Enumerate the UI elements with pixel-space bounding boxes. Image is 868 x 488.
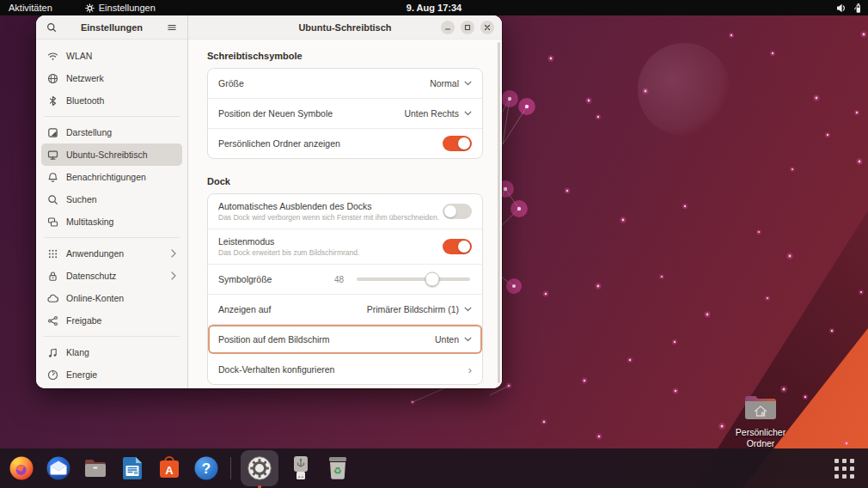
row-icon-size[interactable]: Symbolgröße 48 <box>208 264 482 294</box>
home-folder-desktop-icon[interactable]: Persönlicher Ordner <box>731 394 790 448</box>
chevron-right-icon <box>171 271 176 280</box>
chevron-right-icon: › <box>468 364 472 375</box>
dock-trash-button[interactable]: ♻ <box>323 453 352 484</box>
sidebar-item-klang[interactable]: Klang <box>41 341 182 363</box>
sidebar-item-freigabe[interactable]: Freigabe <box>41 309 182 332</box>
sidebar-nav: WLAN Netzwerk Bluetooth <box>36 40 187 388</box>
ubuntu-software-icon: A <box>156 454 183 482</box>
icon-size-slider-handle[interactable] <box>425 272 440 287</box>
bell-icon <box>47 172 58 183</box>
sidebar-item-suchen[interactable]: Suchen <box>41 188 182 210</box>
sidebar-item-online-konten[interactable]: Online-Konten <box>41 287 182 309</box>
window-controls <box>441 15 494 39</box>
lock-icon <box>47 271 58 282</box>
dock-help-button[interactable]: ? <box>192 453 221 484</box>
dock-ubuntu-software-button[interactable]: A <box>155 453 184 484</box>
home-folder-label: Persönlicher Ordner <box>731 427 790 448</box>
help-icon: ? <box>193 454 220 482</box>
chevron-down-icon <box>464 111 472 116</box>
section-title-dock: Dock <box>207 176 483 186</box>
gear-icon <box>85 3 95 13</box>
dock-card: Automatisches Ausblenden des Docks Das D… <box>207 193 483 385</box>
folder-home-icon <box>743 394 778 422</box>
svg-text:A: A <box>165 464 174 477</box>
top-bar: Aktivitäten Einstellungen 9. Aug 17:34 <box>0 0 868 15</box>
row-position-on-screen[interactable]: Position auf dem Bildschirm Unten <box>208 324 482 354</box>
close-icon <box>484 24 491 31</box>
sidebar-item-wlan[interactable]: WLAN <box>41 45 182 67</box>
sidebar-item-label: Energie <box>66 369 97 380</box>
dock-settings-button[interactable] <box>241 450 278 486</box>
hamburger-menu-icon <box>167 22 177 33</box>
sidebar-separator <box>44 116 180 117</box>
sidebar-item-anwendungen[interactable]: Anwendungen <box>41 242 182 265</box>
row-show-on-display[interactable]: Anzeigen auf Primärer Bildschirm (1) <box>208 294 482 324</box>
show-home-folder-toggle[interactable] <box>443 136 472 151</box>
bluetooth-icon <box>47 95 58 107</box>
desktop-icons-card: Größe Normal Position der Neuen Symbole … <box>207 68 483 159</box>
minimize-icon <box>444 24 451 31</box>
show-on-display-dropdown-value: Primärer Bildschirm (1) <box>367 304 459 314</box>
minimize-button[interactable] <box>441 21 455 34</box>
svg-text:?: ? <box>202 461 211 477</box>
trash-icon: ♻ <box>325 454 351 482</box>
sidebar-item-label: Bluetooth <box>66 95 104 106</box>
dock-firefox-button[interactable] <box>7 453 36 484</box>
activities-button[interactable]: Aktivitäten <box>0 0 61 15</box>
show-applications-button[interactable] <box>829 454 859 484</box>
apps-grid-icon <box>47 248 58 259</box>
system-status-area[interactable] <box>836 0 863 15</box>
chevron-down-icon <box>464 307 472 312</box>
battery-icon <box>853 3 863 14</box>
sidebar-item-darstellung[interactable]: Darstellung <box>41 121 182 143</box>
settings-main-pane: Ubuntu-Schreibtisch Schreibtischsymbole <box>188 15 502 388</box>
primary-menu-button[interactable] <box>163 19 180 36</box>
sidebar-item-energie[interactable]: Energie <box>41 363 182 386</box>
sidebar-item-label: Suchen <box>66 194 97 204</box>
dock-files-button[interactable] <box>81 453 110 484</box>
sidebar-item-multitasking[interactable]: Multitasking <box>41 210 182 233</box>
icon-size-value: 48 <box>334 275 344 284</box>
sidebar-item-label: WLAN <box>66 51 92 61</box>
svg-text:♻: ♻ <box>333 466 342 477</box>
new-icons-position-dropdown-value: Unten Rechts <box>404 108 459 119</box>
sidebar-item-label: Netzwerk <box>66 73 104 83</box>
desktop-monitor-icon <box>47 149 58 161</box>
row-auto-hide-dock[interactable]: Automatisches Ausblenden des Docks Das D… <box>208 194 482 229</box>
maximize-button[interactable] <box>461 21 474 34</box>
row-size[interactable]: Größe Normal <box>208 69 482 98</box>
dock-thunderbird-button[interactable] <box>44 453 73 484</box>
desktop: Persönlicher Ordner Aktivitäten Einstell… <box>0 0 868 488</box>
chevron-down-icon <box>464 81 472 86</box>
sidebar-item-netzwerk[interactable]: Netzwerk <box>41 67 182 89</box>
power-icon <box>47 369 58 381</box>
clock-menu[interactable]: 9. Aug 17:34 <box>401 0 467 15</box>
sidebar-item-datenschutz[interactable]: Datenschutz <box>41 265 182 287</box>
sidebar-item-label: Datenschutz <box>66 271 116 281</box>
scrollbar[interactable] <box>498 42 500 383</box>
panel-mode-toggle[interactable] <box>443 239 472 254</box>
settings-content: Schreibtischsymbole Größe Normal Positio… <box>188 40 502 388</box>
row-show-home-folder[interactable]: Persönlichen Ordner anzeigen <box>208 128 482 158</box>
auto-hide-dock-toggle[interactable] <box>443 204 472 219</box>
sidebar-item-benachrichtigungen[interactable]: Benachrichtigungen <box>41 166 182 188</box>
dock-usb-drive-button[interactable] <box>286 453 315 484</box>
search-button[interactable] <box>43 19 60 36</box>
sidebar-item-label: Online-Konten <box>66 293 124 303</box>
firefox-icon <box>8 454 35 482</box>
maximize-icon <box>464 24 471 31</box>
icon-size-slider[interactable] <box>357 278 470 281</box>
row-configure-dock-behavior[interactable]: Dock-Verhalten konfigurieren › <box>208 354 482 384</box>
sidebar-item-label: Benachrichtigungen <box>66 172 146 182</box>
dock-libreoffice-writer-button[interactable] <box>118 453 147 484</box>
sidebar-item-bluetooth[interactable]: Bluetooth <box>41 89 182 112</box>
sidebar-separator <box>44 237 180 238</box>
main-headerbar[interactable]: Ubuntu-Schreibtisch <box>188 15 502 40</box>
sidebar-headerbar: Einstellungen <box>36 15 187 40</box>
focused-app-menu[interactable]: Einstellungen <box>85 3 156 13</box>
sidebar-item-ubuntu-schreibtisch[interactable]: Ubuntu-Schreibtisch <box>41 143 182 166</box>
row-panel-mode[interactable]: Leistenmodus Das Dock erweitert bis zum … <box>208 229 482 264</box>
row-new-icons-position[interactable]: Position der Neuen Symbole Unten Rechts <box>208 98 482 128</box>
sidebar-item-label: Freigabe <box>66 315 101 326</box>
close-button[interactable] <box>480 21 494 34</box>
